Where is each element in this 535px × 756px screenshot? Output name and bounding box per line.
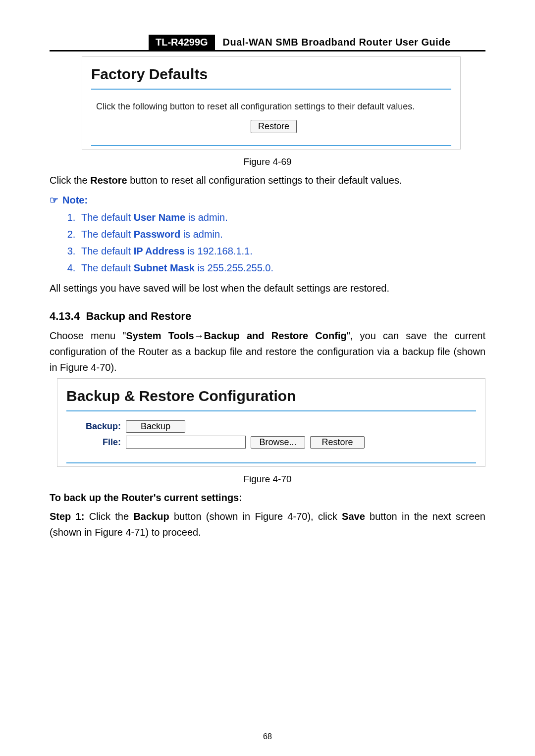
page-number: 68 (0, 732, 535, 741)
restore-button[interactable]: Restore (251, 120, 297, 133)
file-row: File: Browse... Restore (71, 436, 476, 449)
panel-divider (91, 145, 451, 146)
file-label: File: (71, 437, 121, 448)
note-label: Note: (62, 195, 88, 206)
backup-instructions-head: To back up the Router's current settings… (50, 490, 485, 505)
note-item: The default Password is admin. (78, 226, 485, 243)
note-heading: ☞ Note: (50, 194, 485, 206)
factory-defaults-panel: Factory Defaults Click the following but… (82, 56, 461, 150)
page-header: TL-R4299G Dual-WAN SMB Broadband Router … (50, 35, 485, 51)
factory-defaults-desc: Click the following button to reset all … (96, 101, 451, 112)
guide-title: Dual-WAN SMB Broadband Router User Guide (215, 35, 485, 50)
note-list: The default User Name is admin. The defa… (69, 209, 485, 276)
file-input[interactable] (126, 436, 246, 449)
choose-menu-text: Choose menu "System Tools→Backup and Res… (50, 328, 485, 375)
pointing-hand-icon: ☞ (50, 194, 58, 206)
backup-button[interactable]: Backup (126, 420, 185, 433)
step-1: Step 1: Click the Backup button (shown i… (50, 508, 485, 540)
backup-row: Backup: Backup (71, 420, 476, 433)
note-item: The default User Name is admin. (78, 209, 485, 226)
panel-body: Click the following button to reset all … (82, 90, 460, 145)
model-badge: TL-R4299G (149, 35, 215, 50)
panel-body: Backup: Backup File: Browse... Restore (57, 411, 485, 462)
panel-title: Backup & Restore Configuration (57, 379, 485, 410)
note-item: The default IP Address is 192.168.1.1. (78, 243, 485, 259)
figure-caption: Figure 4-69 (50, 156, 485, 167)
restore-file-button[interactable]: Restore (310, 436, 365, 449)
browse-button[interactable]: Browse... (251, 436, 305, 449)
panel-divider (66, 462, 476, 463)
note-item: The default Subnet Mask is 255.255.255.0… (78, 259, 485, 276)
backup-restore-panel: Backup & Restore Configuration Backup: B… (57, 378, 485, 467)
figure-caption: Figure 4-70 (50, 474, 485, 485)
lost-settings-warning: All settings you have saved will be lost… (50, 280, 485, 296)
backup-label: Backup: (71, 421, 121, 432)
panel-title: Factory Defaults (82, 57, 460, 89)
section-heading: 4.13.4 Backup and Restore (50, 310, 485, 323)
restore-instruction: Click the Restore button to reset all co… (50, 172, 485, 188)
